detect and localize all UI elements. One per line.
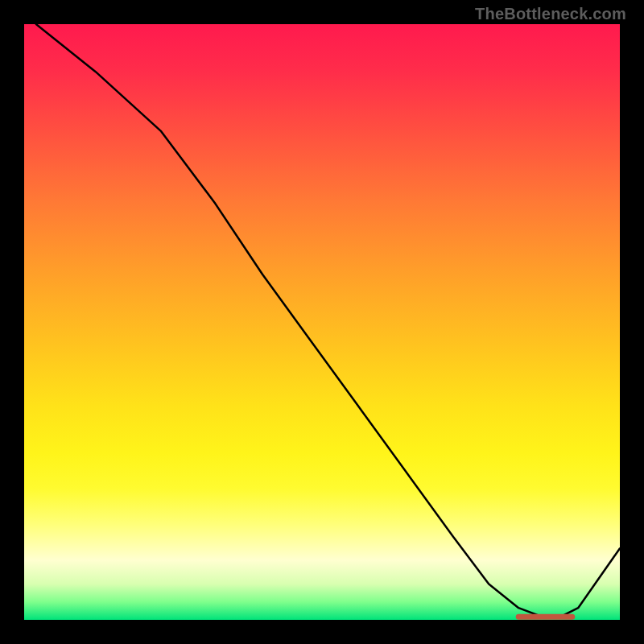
- attribution-label: TheBottleneck.com: [475, 5, 626, 23]
- chart-stage: TheBottleneck.com: [0, 0, 644, 644]
- plot-area: [24, 24, 620, 620]
- bottleneck-curve: [36, 24, 620, 617]
- chart-svg: [24, 24, 620, 620]
